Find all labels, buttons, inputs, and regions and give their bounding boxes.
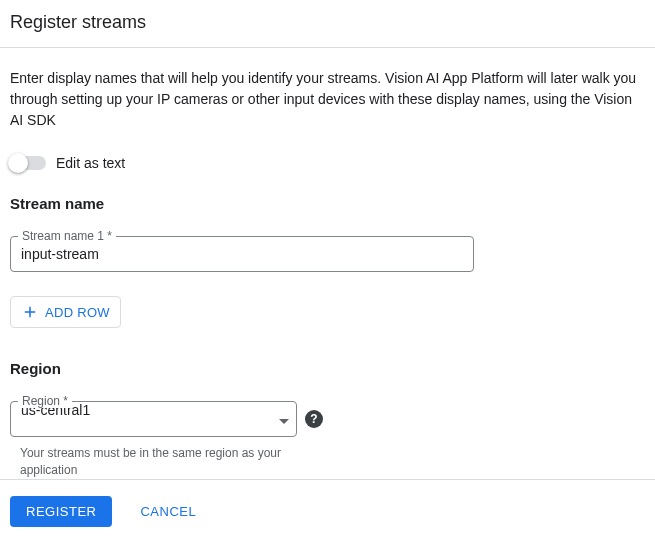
stream-name-label: Stream name 1 * [18,229,116,243]
add-row-label: ADD ROW [45,305,110,320]
region-label: Region * [18,394,72,408]
stream-name-field: Stream name 1 * [10,236,645,272]
help-icon[interactable]: ? [305,410,323,428]
region-heading: Region [10,360,645,377]
dialog-footer: REGISTER CANCEL [0,479,655,543]
plus-icon [21,303,39,321]
region-field-row: Region * us-central1 ? [10,401,645,437]
add-row-button[interactable]: ADD ROW [10,296,121,328]
region-helper-text: Your streams must be in the same region … [20,445,300,479]
cancel-button[interactable]: CANCEL [136,496,200,527]
register-button[interactable]: REGISTER [10,496,112,527]
dialog-content: Enter display names that will help you i… [0,48,655,489]
dialog-title: Register streams [10,12,645,33]
dialog-header: Register streams [0,0,655,48]
region-section: Region Region * us-central1 ? Your strea… [10,360,645,479]
region-select-wrapper: Region * us-central1 [10,401,297,437]
toggle-knob [8,153,28,173]
stream-name-heading: Stream name [10,195,645,212]
description-text: Enter display names that will help you i… [10,68,645,131]
edit-as-text-label: Edit as text [56,155,125,171]
edit-as-text-row: Edit as text [10,155,645,171]
edit-as-text-toggle[interactable] [10,156,46,170]
